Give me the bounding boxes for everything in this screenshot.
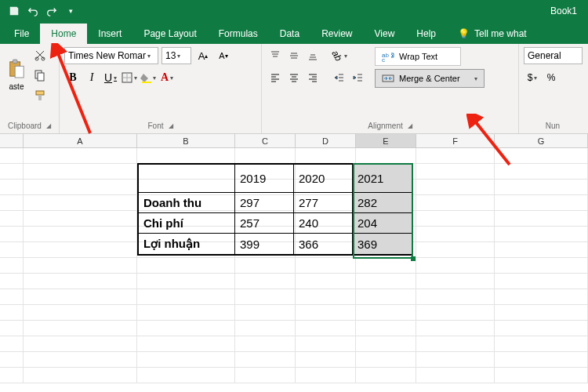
table-corner[interactable]: [139, 165, 235, 193]
col-header-cell[interactable]: 2021: [353, 165, 412, 193]
row-header-cell[interactable]: Lợi nhuận: [139, 234, 235, 254]
save-icon[interactable]: [5, 2, 24, 20]
redo-button[interactable]: [42, 2, 61, 20]
increase-indent-button[interactable]: [350, 69, 367, 86]
data-cell[interactable]: 369: [353, 234, 412, 254]
col-header[interactable]: G: [495, 134, 588, 147]
underline-button[interactable]: U▾: [102, 69, 119, 86]
tab-formulas[interactable]: Formulas: [208, 24, 269, 44]
number-format-combo[interactable]: General: [524, 47, 583, 64]
merge-center-button[interactable]: Merge & Center ▾: [375, 69, 485, 88]
format-painter-button[interactable]: [31, 88, 49, 103]
svg-rect-8: [38, 95, 42, 100]
document-title: Book1: [550, 5, 583, 16]
font-label: Font: [147, 122, 163, 130]
align-left-button[interactable]: [267, 69, 284, 86]
tell-me-label: Tell me what: [474, 28, 527, 39]
col-header-cell[interactable]: 2020: [294, 165, 353, 193]
merge-icon: [382, 73, 394, 84]
column-headers: A B C D E F G: [0, 134, 588, 148]
tab-insert[interactable]: Insert: [87, 24, 132, 44]
col-header-cell[interactable]: 2019: [235, 165, 294, 193]
col-header[interactable]: F: [416, 134, 495, 147]
col-header[interactable]: C: [235, 134, 296, 147]
align-middle-button[interactable]: [285, 47, 303, 64]
dialog-launcher-icon[interactable]: ◢: [169, 122, 173, 129]
tab-view[interactable]: View: [364, 24, 406, 44]
paste-button[interactable]: aste: [5, 47, 28, 102]
wrap-text-icon: abc: [382, 51, 394, 62]
group-number: General $▾ % Nun: [519, 44, 586, 133]
data-cell[interactable]: 297: [235, 193, 294, 213]
col-header[interactable]: B: [137, 134, 235, 147]
data-cell[interactable]: 204: [353, 213, 412, 234]
bulb-icon: 💡: [458, 28, 470, 39]
col-header[interactable]: A: [24, 134, 137, 147]
row-header-cell[interactable]: Doanh thu: [139, 193, 235, 213]
wrap-text-button[interactable]: abc Wrap Text: [375, 47, 461, 66]
italic-button[interactable]: I: [83, 69, 100, 86]
orientation-button[interactable]: ab▾: [331, 47, 348, 64]
data-table: 2019 2020 2021 Doanh thu 297 277 282 Chi…: [137, 163, 413, 256]
data-cell[interactable]: 282: [353, 193, 412, 213]
svg-rect-6: [38, 73, 44, 81]
col-header[interactable]: E: [356, 134, 416, 147]
chevron-down-icon[interactable]: ▾: [474, 75, 477, 82]
row-header-cell[interactable]: Chi phí: [139, 213, 235, 234]
select-all[interactable]: [0, 134, 24, 147]
decrease-font-icon[interactable]: A▾: [215, 47, 232, 64]
tab-help[interactable]: Help: [405, 24, 447, 44]
number-format-value: General: [528, 50, 561, 61]
svg-rect-12: [142, 82, 151, 83]
dialog-launcher-icon[interactable]: ◢: [46, 122, 51, 129]
font-size-combo[interactable]: 13▾: [162, 47, 191, 64]
svg-text:c: c: [382, 56, 385, 62]
copy-button[interactable]: [31, 67, 49, 83]
tab-home[interactable]: Home: [40, 24, 87, 44]
accounting-format-button[interactable]: $▾: [524, 69, 541, 86]
svg-rect-2: [15, 66, 24, 78]
tab-review[interactable]: Review: [310, 24, 363, 44]
fill-color-button[interactable]: ▾: [140, 69, 157, 86]
align-top-button[interactable]: [267, 47, 284, 64]
tab-file[interactable]: File: [3, 24, 40, 44]
percent-format-button[interactable]: %: [543, 69, 560, 86]
tell-me[interactable]: 💡 Tell me what: [450, 24, 535, 44]
data-cell[interactable]: 257: [235, 213, 294, 234]
align-center-button[interactable]: [285, 69, 303, 86]
font-name-combo[interactable]: Times New Romar▾: [64, 47, 158, 64]
col-header[interactable]: D: [296, 134, 356, 147]
merge-center-label: Merge & Center: [399, 74, 460, 83]
ribbon: aste Clipboard◢ Times New Romar▾ 13▾ A▴ …: [0, 44, 588, 134]
number-label: Nun: [546, 122, 560, 130]
group-alignment: ab▾ abc Wrap Text: [262, 44, 519, 133]
data-cell[interactable]: 399: [235, 234, 294, 254]
font-name-value: Times New Romar: [68, 50, 146, 61]
borders-button[interactable]: ▾: [121, 69, 138, 86]
tab-page-layout[interactable]: Page Layout: [132, 24, 207, 44]
cut-button[interactable]: [31, 47, 49, 63]
data-cell[interactable]: 366: [294, 234, 353, 254]
font-size-value: 13: [165, 50, 176, 61]
increase-font-icon[interactable]: A▴: [194, 47, 212, 64]
align-right-button[interactable]: [304, 69, 321, 86]
worksheet[interactable]: A B C D E F G // rows will be generated …: [0, 134, 588, 383]
clipboard-label: Clipboard: [8, 122, 42, 130]
title-bar: ▾ Book1: [0, 0, 588, 22]
data-cell[interactable]: 240: [294, 213, 353, 234]
dialog-launcher-icon[interactable]: ◢: [408, 122, 412, 129]
paste-label: aste: [9, 82, 24, 91]
align-bottom-button[interactable]: [304, 47, 321, 64]
tab-data[interactable]: Data: [269, 24, 310, 44]
bold-button[interactable]: B: [64, 69, 82, 86]
data-cell[interactable]: 277: [294, 193, 353, 213]
selection-handle[interactable]: [411, 256, 416, 261]
group-font: Times New Romar▾ 13▾ A▴ A▾ B I U▾ ▾ ▾ A▾…: [60, 44, 262, 133]
group-clipboard: aste Clipboard◢: [0, 44, 60, 133]
svg-rect-7: [36, 91, 44, 95]
font-color-button[interactable]: A▾: [158, 69, 176, 86]
alignment-label: Alignment: [368, 122, 402, 130]
qat-dropdown[interactable]: ▾: [61, 2, 80, 20]
undo-button[interactable]: [24, 2, 42, 20]
decrease-indent-button[interactable]: [331, 69, 348, 86]
